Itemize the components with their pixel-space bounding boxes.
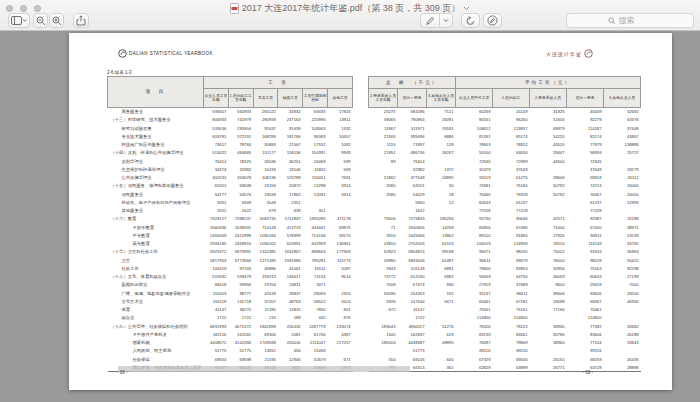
table-cell: 77228 [567,207,604,215]
table-cell: 68979 [530,124,567,132]
table-cell: 2087 [327,264,352,272]
table-cell [427,157,456,165]
table-cell: 114187 [567,124,604,132]
share-button[interactable] [73,13,89,28]
table-cell: 442 [303,314,328,322]
table-cell: 67400 [567,223,604,231]
search-input[interactable] [619,16,653,25]
table-cell: 111149 [567,240,604,248]
table-cell: 26112 [604,174,641,182]
table-cell: 10233 [253,165,278,173]
table-row: 生态保护和环境治理业3437432982102331814611832569 [108,165,353,173]
table-cell: 5879991 [228,248,253,256]
table-cell: 159213 [253,273,278,281]
table-cell: 96611 [456,256,493,264]
table-cell: 32982 [398,165,427,173]
table-cell: 78912 [493,141,530,149]
pdf-content-area[interactable]: DALIAN STATISTICAL YEARBOOK 大连统计年鉴 2-6 续… [0,31,700,402]
table-row: 5998058332466148796611996797600098228554… [369,256,641,264]
table-cell [530,198,567,206]
table-cell: 15511 [303,264,328,272]
table-cell: 66687 [567,297,604,305]
table-cell: 14258 [427,223,456,231]
table-row: 1722114800114800114800 [369,314,641,322]
table-cell: 741979 [228,116,253,124]
table-cell: 89 [369,157,398,165]
table-cell: 206432 [278,322,303,330]
table-cell: 68418 [204,281,229,289]
table-cell: 41147 [398,306,427,314]
table-row: ＃初等教育16609361639591714149413719444447698… [108,223,353,231]
table-cell: 40449 [567,108,604,116]
table-cell: 30 [427,182,456,190]
table-cell: 12946 [278,355,303,363]
table-cell: 65461 [456,297,493,305]
table-cell: 2580 [369,182,398,190]
table-cell: 6891 [427,264,456,272]
table-cell: 5926 [369,297,398,305]
table-cell: 5923372 [204,248,229,256]
table-cell: 3063735 [253,215,278,223]
titlebar: 2017 大连2017年统计年鉴.pdf（第 38 页，共 309 页） [0,0,700,31]
table-cell: 136617 [278,273,303,281]
table-cell: 55100 [456,149,493,157]
zoom-in-button[interactable] [49,13,64,28]
chevron-down-icon[interactable] [463,5,470,11]
table-cell [427,314,456,322]
table-cell: 生态保护和环境治理业 [108,165,204,173]
wages-table-right: 总 额 （千元）平均工资（元）2.劳务派遣人员工资总额在岗＋劳务3.其他从业人员… [368,76,640,372]
table-cell [303,198,328,206]
markup-toolbar-button[interactable] [483,13,502,28]
table-cell: 185294 [427,215,456,223]
table-cell: 59449 [456,273,493,281]
right-page-number: - 69 - [582,370,593,375]
view-options-button[interactable] [8,13,30,28]
table-cell: 413719 [278,223,303,231]
markup-menu-button[interactable] [440,14,452,27]
table-cell: 19098 [530,297,567,305]
table-row: ＃中国共产党机关182116161581693062081817064387 [108,330,353,338]
table-cell: 114800 [493,314,530,322]
table-cell: 62021 [398,182,427,190]
table-cell: 714136 [303,231,328,239]
table-cell: 77228 [493,207,530,215]
table-row: 550961542631929113796611996069360629200 [369,289,641,297]
table-cell: 7000 [604,281,641,289]
table-cell: 73772 [369,273,398,281]
table-cell: 486736 [398,149,427,157]
table-row: 15051626976198313984661557968360626188 [369,330,641,338]
table-cell: 217257 [327,339,352,347]
table-cell: 79869 [493,339,530,347]
table-cell: 4448587 [398,339,427,347]
table-cell: 9600 [530,281,567,289]
rotate-button[interactable] [461,13,480,28]
table-cell: 32679 [303,355,328,363]
table-cell: 5940 [398,198,427,206]
table-cell: 3914 [327,182,352,190]
table-cell: 4860117 [398,322,427,330]
table-cell: 25150 [530,355,567,363]
table-cell: 141718 [228,297,253,305]
table-cell: 卫生 [108,256,204,264]
table-cell: 18146 [278,165,303,173]
table-cell: 46886 [253,264,278,272]
markup-button[interactable] [421,14,439,27]
table-cell: 1505 [369,330,398,338]
table-cell: 85174 [493,132,530,140]
table-cell: 4387 [327,330,352,338]
table-cell: 2445066 [398,231,427,239]
table-row: 1622772287722877228 [369,207,641,215]
table-cell: 专业技术服务业 [108,132,204,140]
table-cell: 39930 [530,322,567,330]
table-cell: 671 [327,355,352,363]
table-cell: 42518 [253,289,278,297]
table-row: 高等教育259418524598161094202624991632959136… [108,240,353,248]
search-field[interactable] [566,13,694,28]
zoom-out-button[interactable] [33,13,48,28]
table-cell: 89116 [456,347,493,355]
column-header: 2.劳务派遣人员工资总额 [369,89,398,108]
table-cell: （十六）教育 [108,215,204,223]
table-cell: 其他服务业 [108,207,204,215]
table-row: 3906579096425091901619626051606922796337… [369,116,641,124]
right-page-brand: 大连统计年鉴 [546,49,593,58]
